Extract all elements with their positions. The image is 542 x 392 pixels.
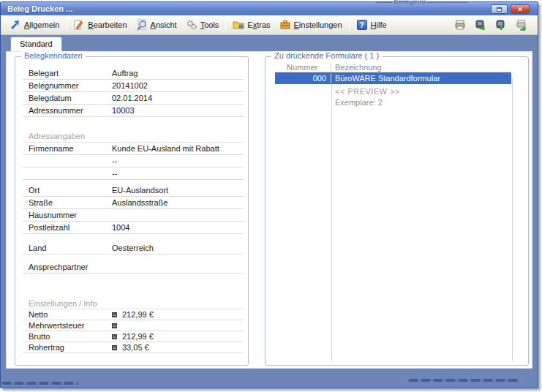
menu-ansicht[interactable]: Ansicht <box>132 18 181 32</box>
spacer <box>23 117 244 130</box>
watermark-smudge-bottom-right <box>409 379 519 383</box>
table-header: Nummer Bezeichnung <box>275 63 513 72</box>
field-row-adressnummer: Adressnummer10003 <box>23 105 244 117</box>
settings-case-icon <box>279 19 291 31</box>
field-row-rohertrag: Rohertrag33,05 € <box>23 342 244 353</box>
spacer <box>23 234 244 242</box>
close-icon: ✕ <box>517 6 523 13</box>
printer-icon[interactable] <box>454 19 466 31</box>
window-title: Beleg Drucken ... <box>7 4 72 13</box>
toolbar-separator <box>225 18 226 31</box>
edit-pen-icon <box>73 19 85 31</box>
tab-strip: Standard <box>1 35 538 51</box>
menu-bearbeiten[interactable]: Bearbeiten <box>69 18 131 32</box>
cell-bezeichnung: BüroWARE Standardformular <box>331 74 511 83</box>
folder-icon <box>233 19 244 31</box>
field-row-netto: Netto212,99 € <box>23 309 244 320</box>
toolbar-right-icons <box>454 19 533 31</box>
field-row-mehrwertsteuer: Mehrwertsteuer <box>23 320 244 331</box>
group-zu-druckende-formulare: Zu druckende Formulare ( 1 ) Nummer Beze… <box>265 56 529 366</box>
spacer <box>23 255 244 261</box>
help-question-icon: ? <box>356 19 368 31</box>
field-rows: BelegartAuftrag Belegnummer20141002 Bele… <box>23 67 244 353</box>
printer-export-icon[interactable] <box>475 19 486 31</box>
restore-icon <box>497 7 502 12</box>
tab-standard[interactable]: Standard <box>10 37 62 51</box>
spacer <box>23 274 244 298</box>
section-einstellungen-info: Einstellungen / Info <box>23 298 244 309</box>
section-adressangaben: Adressangaben <box>23 130 244 143</box>
field-row-belegart: BelegartAuftrag <box>23 67 244 80</box>
field-row-strasse: StraßeAuslandsstraße <box>23 197 244 209</box>
menu-einstellungen[interactable]: Einstellungen <box>275 18 347 32</box>
forms-table: Nummer Bezeichnung 000 BüroWARE Standard… <box>275 63 513 363</box>
close-button[interactable]: ✕ <box>511 4 530 14</box>
menu-extras[interactable]: Extras <box>228 18 274 32</box>
column-divider <box>331 78 332 361</box>
group-belegkenndaten: Belegkenndaten BelegartAuftrag Belegnumm… <box>15 56 249 366</box>
column-divider <box>512 78 513 361</box>
print-refresh-icon[interactable] <box>516 19 527 31</box>
value-marker-icon <box>112 334 117 339</box>
field-row-ansprechpartner: Ansprechpartner <box>23 261 244 274</box>
content-panel: Belegkenndaten BelegartAuftrag Belegnumm… <box>6 51 532 369</box>
table-row-standardformular[interactable]: 000 BüroWARE Standardformular <box>275 72 511 84</box>
column-header-bezeichnung: Bezeichnung <box>331 63 513 72</box>
value-marker-icon <box>112 312 117 317</box>
group-title: Zu druckende Formulare ( 1 ) <box>271 51 382 60</box>
watermark-smudge-bottom-left <box>2 382 78 386</box>
preview-label: << PREVIEW >> <box>275 87 513 98</box>
field-row-postleitzahl: Postleitzahl1004 <box>23 222 244 234</box>
field-row-hausnummer: Hausnummer <box>23 209 244 222</box>
arrow-up-right-icon <box>10 19 21 31</box>
beleg-drucken-window: Beleg Drucken ... ✕ Allgemein Bearbeiten… <box>0 1 538 388</box>
toolbar: Allgemein Bearbeiten Ansicht Tools <box>1 15 538 35</box>
restore-button[interactable] <box>491 4 508 14</box>
magnifier-icon <box>136 19 148 31</box>
cell-nummer: 000 <box>275 74 331 83</box>
watermark-beleginfo: Beleginfo <box>394 0 426 5</box>
toolbar-separator <box>66 18 67 31</box>
field-row-belegnummer: Belegnummer20141002 <box>23 80 244 92</box>
field-row-ort: OrtEU-Auslandsort <box>23 184 244 197</box>
toolbar-separator <box>349 18 350 31</box>
field-row-belegdatum: Belegdatum02.01.2014 <box>23 92 244 105</box>
field-row-adresszeile3: -- <box>23 167 244 180</box>
titlebar[interactable]: Beleg Drucken ... ✕ <box>1 2 538 15</box>
column-header-nummer: Nummer <box>275 63 331 72</box>
menu-allgemein[interactable]: Allgemein <box>5 18 64 32</box>
exemplare-label: Exemplare: 2 <box>275 98 513 109</box>
menu-hilfe[interactable]: ? Hilfe <box>352 18 391 32</box>
field-row-brutto: Brutto212,99 € <box>23 331 244 342</box>
window-bottom-frame <box>1 369 538 388</box>
value-marker-icon <box>112 345 117 350</box>
printer-import-icon[interactable] <box>495 19 507 31</box>
menu-tools[interactable]: Tools <box>181 18 224 32</box>
gears-icon <box>186 19 197 31</box>
field-row-firmenname: FirmennameKunde EU-Ausland mit Rabatt <box>23 143 244 155</box>
group-title: Belegkenndaten <box>21 51 86 60</box>
value-marker-icon <box>112 323 117 328</box>
field-row-land: LandOesterreich <box>23 242 244 255</box>
field-row-adresszeile2: -- <box>23 155 244 167</box>
